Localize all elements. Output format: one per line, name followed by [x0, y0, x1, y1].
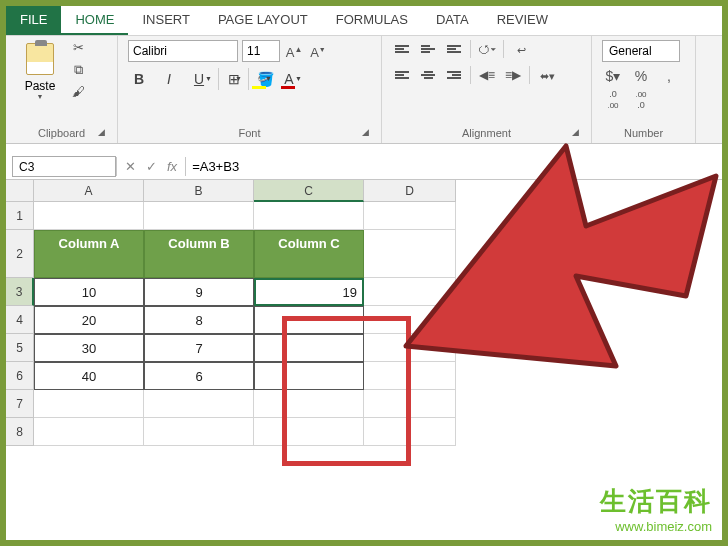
- wrap-text-button[interactable]: ↩: [510, 40, 532, 60]
- borders-button[interactable]: ⊞▼: [218, 68, 240, 90]
- row-header-1[interactable]: 1: [6, 202, 34, 230]
- cell-b2[interactable]: Column B: [144, 230, 254, 278]
- select-all-corner[interactable]: [6, 180, 34, 202]
- cell-c6[interactable]: [254, 362, 364, 390]
- col-header-b[interactable]: B: [144, 180, 254, 202]
- cell-b7[interactable]: [144, 390, 254, 418]
- cell-c2[interactable]: Column C: [254, 230, 364, 278]
- percent-format-button[interactable]: %: [630, 68, 652, 84]
- paste-icon: [26, 43, 54, 75]
- align-center-button[interactable]: [418, 66, 438, 84]
- font-color-button[interactable]: A▼: [278, 68, 300, 90]
- tab-data[interactable]: DATA: [422, 6, 483, 35]
- accounting-format-button[interactable]: $▾: [602, 68, 624, 84]
- cell-d5[interactable]: [364, 334, 456, 362]
- col-header-a[interactable]: A: [34, 180, 144, 202]
- row-header-5[interactable]: 5: [6, 334, 34, 362]
- cell-a4[interactable]: 20: [34, 306, 144, 334]
- format-painter-button[interactable]: 🖌: [68, 84, 88, 102]
- cell-b8[interactable]: [144, 418, 254, 446]
- cut-button[interactable]: ✂: [68, 40, 88, 58]
- cell-b1[interactable]: [144, 202, 254, 230]
- tab-formulas[interactable]: FORMULAS: [322, 6, 422, 35]
- group-alignment: ⭯▾ ↩ ◀≡ ≡▶ ⬌▾ Alignment ◢: [382, 36, 592, 143]
- cell-a7[interactable]: [34, 390, 144, 418]
- name-box[interactable]: [12, 156, 116, 177]
- cell-a6[interactable]: 40: [34, 362, 144, 390]
- tab-insert[interactable]: INSERT: [128, 6, 203, 35]
- row-header-8[interactable]: 8: [6, 418, 34, 446]
- cell-a3[interactable]: 10: [34, 278, 144, 306]
- paste-button[interactable]: Paste ▼: [16, 40, 64, 102]
- comma-format-button[interactable]: ,: [658, 68, 680, 84]
- cell-c3[interactable]: 19: [254, 278, 364, 306]
- tab-page-layout[interactable]: PAGE LAYOUT: [204, 6, 322, 35]
- increase-font-size-button[interactable]: A▲: [284, 40, 304, 62]
- cell-a5[interactable]: 30: [34, 334, 144, 362]
- formula-bar: ✕ ✓ fx: [6, 154, 722, 180]
- align-bottom-button[interactable]: [444, 40, 464, 58]
- cell-b6[interactable]: 6: [144, 362, 254, 390]
- orientation-button[interactable]: ⭯▾: [477, 40, 497, 58]
- decrease-indent-button[interactable]: ◀≡: [477, 66, 497, 84]
- row-header-4[interactable]: 4: [6, 306, 34, 334]
- clipboard-dialog-launcher-icon[interactable]: ◢: [95, 127, 107, 139]
- cell-c1[interactable]: [254, 202, 364, 230]
- align-right-button[interactable]: [444, 66, 464, 84]
- cell-d1[interactable]: [364, 202, 456, 230]
- group-label-clipboard: Clipboard ◢: [16, 125, 107, 141]
- fill-color-button[interactable]: 🪣▼: [248, 68, 270, 90]
- underline-button[interactable]: U▼: [188, 68, 210, 90]
- cell-c8[interactable]: [254, 418, 364, 446]
- cell-d8[interactable]: [364, 418, 456, 446]
- increase-decimal-button[interactable]: .0.00: [602, 88, 624, 110]
- fx-icon[interactable]: fx: [167, 159, 177, 174]
- group-label-number: Number: [602, 125, 685, 141]
- row-header-3[interactable]: 3: [6, 278, 34, 306]
- italic-button[interactable]: I: [158, 68, 180, 90]
- tab-home[interactable]: HOME: [61, 6, 128, 35]
- font-dialog-launcher-icon[interactable]: ◢: [359, 127, 371, 139]
- cell-d6[interactable]: [364, 362, 456, 390]
- cell-b5[interactable]: 7: [144, 334, 254, 362]
- decrease-decimal-button[interactable]: .00.0: [630, 88, 652, 110]
- align-left-button[interactable]: [392, 66, 412, 84]
- cell-d4[interactable]: [364, 306, 456, 334]
- accept-formula-icon[interactable]: ✓: [146, 159, 157, 174]
- merge-center-button[interactable]: ⬌▾: [536, 66, 558, 86]
- watermark-url: www.bimeiz.com: [600, 519, 712, 534]
- number-format-select[interactable]: [602, 40, 680, 62]
- cell-c5[interactable]: [254, 334, 364, 362]
- tab-file[interactable]: FILE: [6, 6, 61, 35]
- cell-b4[interactable]: 8: [144, 306, 254, 334]
- font-name-select[interactable]: [128, 40, 238, 62]
- cell-a8[interactable]: [34, 418, 144, 446]
- tab-review[interactable]: REVIEW: [483, 6, 562, 35]
- cell-b3[interactable]: 9: [144, 278, 254, 306]
- row-header-6[interactable]: 6: [6, 362, 34, 390]
- col-header-c[interactable]: C: [254, 180, 364, 202]
- cell-a2[interactable]: Column A: [34, 230, 144, 278]
- font-size-select[interactable]: [242, 40, 280, 62]
- row-header-7[interactable]: 7: [6, 390, 34, 418]
- bold-button[interactable]: B: [128, 68, 150, 90]
- cell-a1[interactable]: [34, 202, 144, 230]
- cancel-formula-icon[interactable]: ✕: [125, 159, 136, 174]
- decrease-font-size-button[interactable]: A▼: [308, 40, 328, 62]
- cell-c7[interactable]: [254, 390, 364, 418]
- row-header-2[interactable]: 2: [6, 230, 34, 278]
- cell-d3[interactable]: [364, 278, 456, 306]
- copy-button[interactable]: ⧉: [68, 62, 88, 80]
- watermark: 生活百科 www.bimeiz.com: [600, 484, 712, 534]
- group-font: A▲ A▼ B I U▼ ⊞▼ 🪣▼ A▼ Font ◢: [118, 36, 382, 143]
- cell-d2[interactable]: [364, 230, 456, 278]
- formula-input[interactable]: [186, 154, 722, 179]
- cell-d7[interactable]: [364, 390, 456, 418]
- col-header-d[interactable]: D: [364, 180, 456, 202]
- align-middle-button[interactable]: [418, 40, 438, 58]
- cell-c4[interactable]: [254, 306, 364, 334]
- increase-indent-button[interactable]: ≡▶: [503, 66, 523, 84]
- align-top-button[interactable]: [392, 40, 412, 58]
- ribbon-tabs: FILE HOME INSERT PAGE LAYOUT FORMULAS DA…: [6, 6, 722, 36]
- alignment-dialog-launcher-icon[interactable]: ◢: [569, 127, 581, 139]
